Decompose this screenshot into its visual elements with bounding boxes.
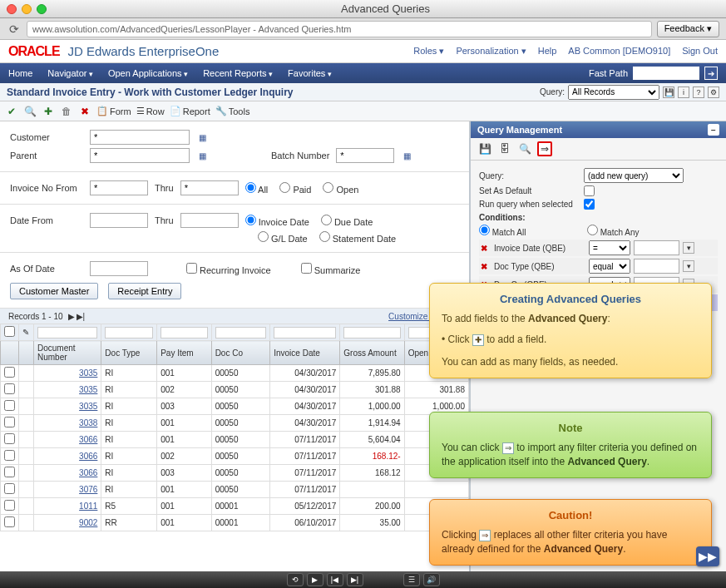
condition-row[interactable]: ✖ Doc Type (QBE) equal ▾ (479, 258, 718, 274)
qbe-gross[interactable] (343, 327, 400, 338)
qm-import-criteria-icon[interactable]: ⇒ (537, 141, 552, 156)
row-menu[interactable]: ☰ Row (136, 106, 165, 116)
row-check[interactable] (4, 500, 15, 511)
fast-path-input[interactable] (633, 67, 699, 80)
qm-default-check[interactable] (584, 185, 595, 196)
grid-header[interactable]: Invoice Date (270, 341, 340, 365)
qbe-type[interactable] (105, 327, 153, 338)
qm-save-icon[interactable]: 💾 (477, 141, 492, 156)
settings-icon[interactable]: ⚙ (708, 86, 719, 98)
datefrom-input[interactable] (90, 213, 148, 228)
select-all-check[interactable] (4, 326, 15, 337)
player-restart-icon[interactable]: ⟲ (287, 573, 304, 586)
nav-navigator[interactable]: Navigator (47, 68, 93, 78)
row-check[interactable] (4, 516, 15, 527)
personalization-link[interactable]: Personalization ▾ (456, 46, 526, 57)
feedback-button[interactable]: Feedback ▾ (657, 21, 719, 37)
grid-header[interactable]: Doc Type (101, 341, 157, 365)
doc-cell[interactable]: 3035 (34, 382, 101, 398)
parent-input[interactable] (90, 148, 190, 163)
help-link[interactable]: Help (538, 46, 557, 57)
nav-favorites[interactable]: Favorites (288, 68, 332, 78)
date-gl[interactable]: G/L Date (258, 231, 308, 244)
asof-input[interactable] (90, 261, 148, 276)
signout-link[interactable]: Sign Out (682, 46, 718, 57)
row-check[interactable] (4, 417, 15, 427)
doc-cell[interactable]: 3066 (34, 432, 101, 448)
table-row[interactable]: 3066 RI 001 00050 07/11/2017 5,604.04 5,… (1, 432, 469, 448)
qbe-date[interactable] (274, 327, 336, 338)
condition-va-icon[interactable]: ▾ (683, 260, 694, 272)
row-check[interactable] (4, 367, 15, 378)
summarize-check[interactable]: Summarize (301, 263, 361, 275)
report-menu[interactable]: 📄 Report (170, 106, 210, 116)
condition-row[interactable]: ✖ Invoice Date (QBE) = ▾ (479, 240, 718, 256)
customer-input[interactable] (90, 130, 190, 145)
player-volume-icon[interactable]: 🔊 (423, 573, 440, 586)
qbe-doc[interactable] (37, 327, 97, 338)
reload-icon[interactable]: ⟳ (7, 22, 22, 37)
date-due[interactable]: Due Date (321, 215, 373, 227)
table-row[interactable]: 3038 RI 001 00050 04/30/2017 1,914.94 1,… (1, 415, 469, 432)
delete-icon[interactable]: 🗑 (60, 105, 73, 118)
qbe-co[interactable] (215, 327, 267, 338)
table-row[interactable]: 3035 RI 002 00050 04/30/2017 301.88 301.… (1, 382, 469, 398)
parent-va-icon[interactable]: ▦ (196, 150, 208, 161)
table-row[interactable]: 3035 RI 001 00050 04/30/2017 7,895.80 7,… (1, 365, 469, 382)
add-icon[interactable]: ✚ (42, 105, 55, 118)
status-paid[interactable]: Paid (279, 182, 311, 195)
form-menu[interactable]: 📋 Form (96, 106, 131, 116)
save-query-icon[interactable]: 💾 (663, 86, 674, 98)
condition-op[interactable]: equal (589, 259, 630, 274)
next-slide-button[interactable]: ▶▶ (696, 546, 719, 566)
maximize-icon[interactable] (37, 4, 47, 14)
collapse-icon[interactable]: − (708, 124, 719, 136)
qm-add-field-icon[interactable]: 🔍 (517, 141, 532, 156)
roles-link[interactable]: Roles ▾ (413, 46, 444, 57)
delete-condition-icon[interactable]: ✖ (481, 262, 491, 271)
qm-query-select[interactable]: (add new query) (584, 168, 684, 183)
row-check[interactable] (4, 467, 15, 477)
nav-open-apps[interactable]: Open Applications (108, 68, 188, 78)
minimize-icon[interactable] (22, 4, 32, 14)
row-check[interactable] (4, 483, 15, 494)
next-page-icon[interactable]: ▶ (68, 312, 75, 321)
fast-path-go-icon[interactable]: ➔ (704, 67, 718, 80)
nav-recent[interactable]: Recent Reports (203, 68, 273, 78)
doc-cell[interactable]: 3035 (34, 365, 101, 382)
row-check[interactable] (4, 400, 15, 411)
find-icon[interactable]: 🔍 (23, 105, 37, 118)
recurring-check[interactable]: Recurring Invoice (186, 263, 271, 275)
grid-header[interactable] (19, 341, 34, 365)
doc-cell[interactable]: 3066 (34, 448, 101, 465)
doc-cell[interactable]: 3035 (34, 398, 101, 415)
invfrom-input[interactable] (90, 180, 148, 195)
date-inv[interactable]: Invoice Date (245, 215, 309, 227)
condition-op[interactable]: = (589, 240, 630, 255)
match-any[interactable]: Match Any (587, 225, 687, 237)
thru-input[interactable] (180, 180, 239, 195)
table-row[interactable]: 1011 R5 001 00001 05/12/2017 200.00 200.… (1, 498, 469, 515)
table-row[interactable]: 3076 RI 001 00050 07/11/2017 (1, 482, 469, 498)
row-check[interactable] (4, 433, 15, 444)
doc-cell[interactable]: 1011 (34, 498, 101, 515)
condition-value[interactable] (634, 240, 679, 255)
table-row[interactable]: 3035 RI 003 00050 04/30/2017 1,000.00 1,… (1, 398, 469, 415)
player-cc-icon[interactable]: ☰ (403, 573, 420, 586)
doc-cell[interactable]: 3066 (34, 465, 101, 482)
status-open[interactable]: Open (323, 182, 358, 195)
date-stmt[interactable]: Statement Date (319, 231, 397, 244)
grid-header[interactable]: Pay Item (157, 341, 211, 365)
qm-autorun-check[interactable] (584, 199, 595, 210)
condition-value[interactable] (634, 259, 679, 274)
grid-header[interactable] (1, 341, 19, 365)
close-icon[interactable] (7, 4, 17, 14)
env-link[interactable]: AB Common [DEMO910] (568, 46, 670, 57)
close-icon[interactable]: ✖ (78, 105, 91, 118)
tools-menu[interactable]: 🔧 Tools (215, 106, 250, 116)
last-page-icon[interactable]: ▶| (77, 312, 86, 321)
delete-condition-icon[interactable]: ✖ (481, 244, 491, 253)
match-all[interactable]: Match All (479, 225, 579, 237)
thru2-input[interactable] (180, 213, 239, 228)
grid-header[interactable]: Gross Amount (340, 341, 404, 365)
